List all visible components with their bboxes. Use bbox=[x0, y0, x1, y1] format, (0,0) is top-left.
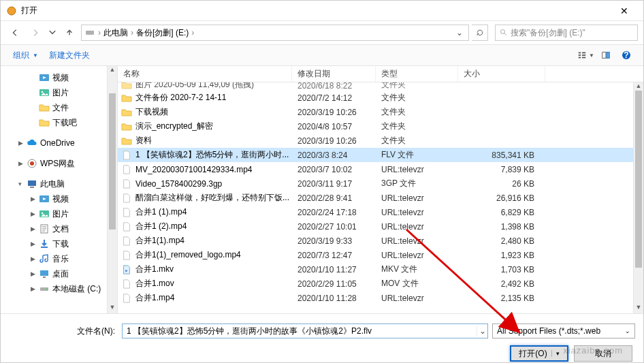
refresh-button[interactable] bbox=[472, 25, 488, 41]
sidebar-item[interactable]: ▶文档 bbox=[1, 221, 117, 236]
nav-bar: › 此电脑 › 备份[勿删] (E:) › ⌄ 搜索"备份[勿删] (E:)" bbox=[1, 21, 643, 44]
breadcrumb-part[interactable]: 此电脑 bbox=[101, 27, 131, 39]
scroll-up-icon[interactable]: ▲ bbox=[108, 66, 117, 76]
file-size: 2,135 KB bbox=[458, 294, 540, 303]
sidebar-item[interactable]: ▶下载 bbox=[1, 236, 117, 251]
up-button[interactable] bbox=[61, 24, 78, 42]
file-type: URL:televzr bbox=[376, 236, 458, 246]
window-title: 打开 bbox=[21, 5, 611, 16]
back-button[interactable] bbox=[6, 24, 24, 42]
file-row[interactable]: 资料2020/3/19 10:26文件夹 bbox=[118, 133, 643, 148]
twisty-icon[interactable]: ▶ bbox=[18, 160, 27, 167]
drive-icon bbox=[84, 27, 95, 38]
twisty-icon[interactable]: ▶ bbox=[18, 140, 27, 146]
twisty-icon[interactable]: ▶ bbox=[31, 195, 39, 202]
file-type: 3GP 文件 bbox=[376, 178, 458, 189]
forward-button[interactable] bbox=[27, 24, 44, 42]
open-button[interactable]: 打开(O)▾ bbox=[510, 345, 568, 362]
file-row[interactable]: 合并1 (1).mp42020/2/24 17:18URL:televzr6,8… bbox=[118, 205, 643, 219]
file-type: URL:televzr bbox=[376, 193, 458, 203]
close-button[interactable]: ✕ bbox=[611, 5, 638, 16]
column-date[interactable]: 修改日期 bbox=[292, 66, 376, 82]
file-type: URL:televzr bbox=[376, 251, 458, 260]
help-button[interactable]: ? bbox=[616, 48, 637, 63]
sidebar-item-label: WPS网盘 bbox=[40, 158, 75, 170]
filename-dropdown[interactable]: ⌄ bbox=[477, 326, 487, 336]
file-row[interactable]: 文件备份 2020-7-2 14-112020/7/2 14:12文件夹 bbox=[118, 91, 643, 105]
twisty-icon[interactable]: ▶ bbox=[31, 225, 39, 232]
sidebar-item[interactable]: ▶视频 bbox=[1, 191, 117, 206]
file-row[interactable]: 合并1.mp42020/1/10 11:28URL:televzr2,135 K… bbox=[118, 291, 643, 305]
sidebar-item[interactable]: ▶WPS网盘 bbox=[1, 156, 117, 171]
filename-input[interactable] bbox=[123, 326, 477, 336]
sidebar-item-label: 文件 bbox=[52, 102, 69, 114]
file-row[interactable]: 下载视频2020/3/19 10:26文件夹 bbox=[118, 105, 643, 119]
new-folder-button[interactable]: 新建文件夹 bbox=[44, 47, 95, 64]
sidebar-item[interactable]: 文件 bbox=[1, 100, 117, 115]
file-row[interactable]: 合并1.mov2020/2/29 11:05MOV 文件2,492 KB bbox=[118, 277, 643, 291]
file-row[interactable]: 1 【笑镇惊魂2】恐怖5分钟，逛街两小时...2020/3/3 8:24FLV … bbox=[118, 148, 643, 162]
view-options-button[interactable]: ▼ bbox=[575, 48, 596, 63]
sidebar-item[interactable]: 图片 bbox=[1, 85, 117, 100]
file-row[interactable]: Video_1578400299.3gp2020/3/11 9:173GP 文件… bbox=[118, 176, 643, 191]
sidebar-item[interactable]: ▶桌面 bbox=[1, 266, 117, 281]
file-row[interactable]: 合并1.mkv2020/1/10 11:27MKV 文件1,703 KB bbox=[118, 262, 643, 277]
search-input[interactable]: 搜索"备份[勿删] (E:)" bbox=[495, 25, 638, 41]
twisty-icon[interactable]: ▶ bbox=[31, 240, 39, 247]
sidebar-item[interactable]: ▶图片 bbox=[1, 206, 117, 221]
recent-button[interactable] bbox=[47, 24, 58, 42]
column-type[interactable]: 类型 bbox=[376, 66, 458, 82]
breadcrumb[interactable]: › 此电脑 › 备份[勿删] (E:) › ⌄ bbox=[81, 25, 469, 41]
video-icon bbox=[39, 72, 50, 83]
cancel-button[interactable]: 取消 bbox=[574, 345, 632, 362]
scroll-down-icon[interactable]: ▼ bbox=[108, 304, 117, 313]
file-name: 合并1(1)_removed_logo.mp4 bbox=[133, 249, 292, 261]
file-row[interactable]: 演示_encrypted_解密2020/4/8 10:57文件夹 bbox=[118, 119, 643, 133]
organize-button[interactable]: 组织▼ bbox=[7, 47, 44, 64]
breadcrumb-dropdown[interactable]: ⌄ bbox=[453, 28, 466, 37]
column-name[interactable]: 名称 bbox=[118, 66, 292, 82]
wps-icon bbox=[27, 158, 37, 169]
twisty-icon[interactable]: ▶ bbox=[31, 210, 39, 217]
file-row[interactable]: 合并1(1).mp42020/3/19 9:33URL:televzr2,480… bbox=[118, 234, 643, 248]
file-row[interactable]: MV_20200307100142933​4.mp42020/3/7 10:02… bbox=[118, 162, 643, 176]
twisty-icon[interactable]: ▶ bbox=[31, 255, 39, 262]
sidebar-item[interactable]: 下载吧 bbox=[1, 115, 117, 130]
music-icon bbox=[39, 253, 50, 264]
twisty-icon[interactable]: ▾ bbox=[18, 180, 27, 187]
file-type: 文件夹 bbox=[376, 121, 458, 132]
file-row[interactable]: 合并1(1)_removed_logo.mp42020/7/3 12:47URL… bbox=[118, 248, 643, 262]
sidebar-item-label: 图片 bbox=[52, 208, 69, 220]
split-button-arrow-icon[interactable]: ▾ bbox=[551, 350, 560, 357]
file-row[interactable]: 醋溜白菜这样做，好吃到爆，还特别下饭...2020/2/28 9:41URL:t… bbox=[118, 191, 643, 205]
desktop-icon bbox=[39, 268, 50, 279]
sidebar-item[interactable]: ▶音乐 bbox=[1, 251, 117, 266]
file-icon bbox=[120, 251, 133, 260]
file-name: 演示_encrypted_解密 bbox=[133, 121, 292, 132]
breadcrumb-part[interactable]: 备份[勿删] (E:) bbox=[133, 27, 191, 39]
scrollbar-thumb[interactable] bbox=[635, 91, 642, 268]
scrollbar-thumb[interactable] bbox=[109, 93, 116, 230]
scroll-down-icon[interactable]: ▼ bbox=[634, 304, 643, 313]
file-type: URL:televzr bbox=[376, 208, 458, 217]
sidebar-item[interactable]: ▶OneDrive bbox=[1, 136, 117, 151]
file-name: 醋溜白菜这样做，好吃到爆，还特别下饭... bbox=[133, 192, 292, 204]
pc-icon bbox=[27, 178, 37, 189]
twisty-icon[interactable]: ▶ bbox=[31, 285, 39, 292]
filelist-scrollbar[interactable]: ▲ ▼ bbox=[633, 82, 643, 313]
svg-point-17 bbox=[30, 161, 34, 165]
twisty-icon[interactable]: ▶ bbox=[31, 270, 39, 277]
sidebar-scrollbar[interactable]: ▲ ▼ bbox=[107, 66, 117, 313]
preview-pane-button[interactable] bbox=[596, 48, 616, 63]
file-type-filter[interactable]: All Support Files (*.dts;*.web ⌄ bbox=[492, 323, 635, 338]
sidebar-item[interactable]: ▶本地磁盘 (C:) bbox=[1, 281, 117, 296]
file-date: 2020/2/24 17:18 bbox=[292, 208, 376, 217]
sidebar-item[interactable]: 视频 bbox=[1, 70, 117, 85]
file-row[interactable]: 合并1 (2).mp42020/2/27 10:01URL:televzr1,3… bbox=[118, 219, 643, 234]
app-icon bbox=[6, 5, 17, 16]
filename-input-wrap[interactable]: ⌄ bbox=[122, 323, 488, 338]
column-size[interactable]: 大小 bbox=[458, 66, 545, 82]
sidebar-item[interactable]: ▾此电脑 bbox=[1, 176, 117, 191]
column-headers[interactable]: 名称 修改日期 类型 大小 bbox=[118, 66, 643, 82]
file-row[interactable]: 图片 2020-05-09 11,49,09 (拖拽)2020/6/18 8:2… bbox=[118, 82, 643, 91]
